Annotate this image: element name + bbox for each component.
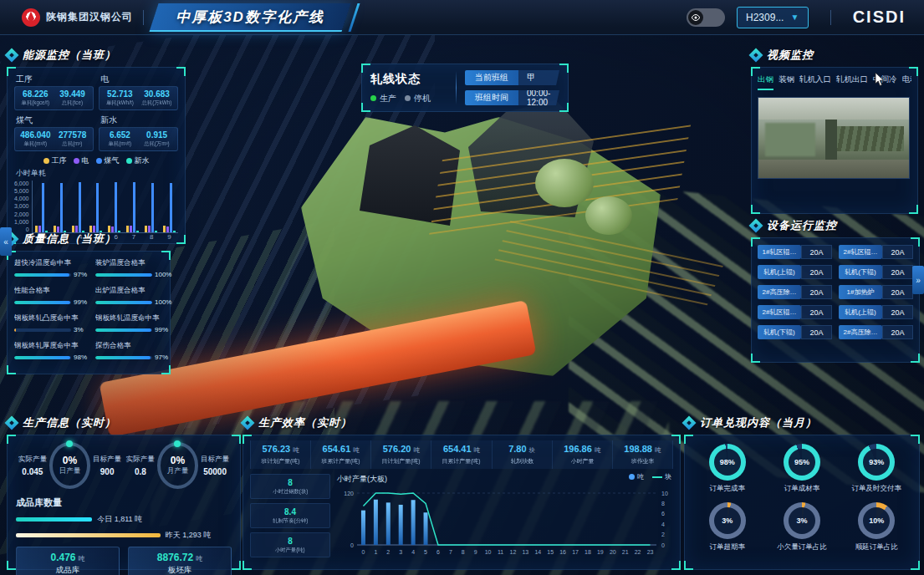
device-label[interactable]: 1#轧区辊… xyxy=(758,245,801,259)
production-panel: 生产信息（实时） 实际产量0.045 0%日产量 目标产量900 实际产量0.8… xyxy=(7,415,241,570)
side-card-label: 小时产量(吨) xyxy=(275,546,305,553)
energy-group-box: 52.713单耗(kWh/t)30.683总耗(万kWh) xyxy=(99,86,178,110)
svg-text:0: 0 xyxy=(362,549,365,555)
efficiency-card-label: 小时产量 xyxy=(556,457,608,465)
quality-bar-track xyxy=(95,301,152,304)
svg-text:20: 20 xyxy=(610,549,616,555)
quality-item: 钢板终轧厚度命中率98% xyxy=(14,341,87,361)
donut-value: 10% xyxy=(869,516,884,525)
energy-group-box: 68.226单耗(kgce/t)39.449总耗(tce) xyxy=(14,86,94,110)
energy-group-name: 新水 xyxy=(100,114,178,126)
day-actual: 实际产量0.045 xyxy=(16,455,49,476)
quality-bar: 99% xyxy=(14,298,87,306)
quality-item: 钢板终轧凸度命中率3% xyxy=(14,313,87,333)
quality-item-label: 探伤合格率 xyxy=(95,341,171,351)
bar-group xyxy=(145,183,157,232)
energy-group: 电52.713单耗(kWh/t)30.683总耗(万kWh) xyxy=(99,73,178,110)
energy-stat-value: 0.915 xyxy=(140,130,174,140)
donut-value: 95% xyxy=(794,458,809,466)
side-card-label: 小时过钢数(块) xyxy=(273,487,308,495)
efficiency-side-card: 8小时过钢数(块) xyxy=(250,474,330,499)
energy-stat-label: 总耗(m³) xyxy=(57,140,88,148)
device-row: 轧机(上辊)20A xyxy=(839,305,913,319)
month-output-gauge: 0%月产量 xyxy=(157,442,198,489)
quality-item-value: 97% xyxy=(155,354,168,361)
video-tab-装钢[interactable]: 装钢 xyxy=(779,74,794,90)
bar-煤气 xyxy=(133,182,135,232)
device-label[interactable]: 1#加热炉 xyxy=(839,285,882,299)
energy-panel-title: 能源监控（当班） xyxy=(23,48,116,63)
video-tab-轧机入口[interactable]: 轧机入口 xyxy=(799,74,831,90)
bar-group xyxy=(108,182,120,232)
quality-bar-track xyxy=(14,273,71,277)
bar-煤气 xyxy=(79,182,81,232)
device-dropdown[interactable]: H2309... ▼ xyxy=(737,7,809,28)
company-logo-icon xyxy=(22,8,40,27)
device-label[interactable]: 轧机(上辊) xyxy=(839,305,882,319)
quality-bar-fill xyxy=(95,301,152,304)
donut-label: 小欠量订单占比 xyxy=(777,542,827,552)
company-logo: 陕钢集团汉钢公司 xyxy=(22,8,133,27)
quality-item-label: 超快冷温度命中率 xyxy=(14,258,87,268)
producing-dot-icon xyxy=(370,95,376,101)
device-label[interactable]: 轧机(下辊) xyxy=(758,325,801,339)
quality-bar-fill xyxy=(95,328,151,332)
video-tab-轧机出口[interactable]: 轧机出口 xyxy=(836,74,868,90)
stock-title: 成品库数量 xyxy=(16,496,232,509)
video-tab-出钢[interactable]: 出钢 xyxy=(758,74,773,90)
quality-bar-track xyxy=(95,328,152,332)
device-label[interactable]: 轧机(下辊) xyxy=(839,265,882,279)
energy-stat-value: 277578 xyxy=(55,130,89,140)
device-value: 20A xyxy=(882,285,913,299)
video-panel: 视频监控 出钢装钢轧机入口轧机出口中间冷电动辊 xyxy=(751,47,918,214)
y-tick: 6,000 xyxy=(14,181,29,186)
svg-text:12: 12 xyxy=(510,549,517,555)
device-label[interactable]: 2#轧区辊… xyxy=(839,245,882,259)
orders-panel-title: 订单兑现内容（当月） xyxy=(700,415,817,430)
header-divider-2 xyxy=(830,10,831,25)
month-actual: 实际产量0.8 xyxy=(124,455,157,476)
svg-text:21: 21 xyxy=(622,549,629,555)
energy-stat: 486.040单耗(m³/t) xyxy=(18,130,53,148)
efficiency-card-value: 576.23 吨 xyxy=(253,444,309,455)
bar-煤气 xyxy=(60,183,63,232)
legend-dot-icon xyxy=(629,474,635,480)
collapse-left-tab[interactable]: « xyxy=(0,227,12,256)
shift-time-label: 班组时间 xyxy=(465,90,518,105)
energy-group: 新水6.652单耗(m³/t)0.915总耗(万m³) xyxy=(99,114,178,151)
y-tick: 5,000 xyxy=(14,188,29,194)
stock-card-板坯库[interactable]: 8876.72吨板坯库 xyxy=(128,547,232,575)
legend-line-icon xyxy=(652,476,662,478)
bar-group xyxy=(54,183,66,232)
svg-text:16: 16 xyxy=(559,549,566,555)
camera-feed[interactable] xyxy=(758,97,910,179)
device-value: 20A xyxy=(882,325,913,339)
donut-hole: 98% xyxy=(714,449,741,476)
efficiency-card-value: 196.86 吨 xyxy=(554,444,610,455)
donut-hole: 3% xyxy=(789,507,815,534)
svg-text:10: 10 xyxy=(661,491,668,496)
device-label[interactable]: 2#高压除… xyxy=(839,325,882,339)
donut-gauge: 3% xyxy=(709,502,746,539)
energy-stat-value: 6.652 xyxy=(103,130,137,140)
quality-item-value: 100% xyxy=(155,298,171,306)
orders-panel: 订单兑现内容（当月） 98%订单完成率95%订单成材率93%订单及时交付率3%订… xyxy=(684,415,920,570)
device-label[interactable]: 2#轧区辊… xyxy=(758,305,801,319)
collapse-right-tab[interactable]: » xyxy=(912,266,924,294)
quality-bar: 99% xyxy=(95,326,171,333)
dashboard-root: { "header": { "company": "陕钢集团汉钢公司", "ti… xyxy=(0,0,924,575)
donut-hole: 95% xyxy=(789,449,815,476)
quality-bar: 98% xyxy=(14,354,87,361)
energy-legend-item: 工序 xyxy=(43,155,67,166)
video-tab-电动辊[interactable]: 电动辊 xyxy=(902,74,912,90)
device-label[interactable]: 2#高压除… xyxy=(758,285,801,299)
equipment-panel: 设备运行监控 1#轧区辊…20A2#轧区辊…20A轧机(上辊)20A轧机(下辊)… xyxy=(751,217,920,363)
legend-dot-icon xyxy=(126,158,132,164)
y-tick: 2,000 xyxy=(14,211,29,217)
efficiency-panel: 生产效率（实时） 576.23 吨班计划产量(吨)654.61 吨班累计产量(吨… xyxy=(242,415,681,570)
efficiency-card-label: 日计划产量(吨) xyxy=(375,457,427,465)
stock-card-成品库[interactable]: 0.476吨成品库 xyxy=(16,547,120,575)
device-label[interactable]: 轧机(上辊) xyxy=(758,265,801,279)
quality-bar-fill xyxy=(14,328,16,332)
visibility-toggle[interactable] xyxy=(687,8,725,27)
